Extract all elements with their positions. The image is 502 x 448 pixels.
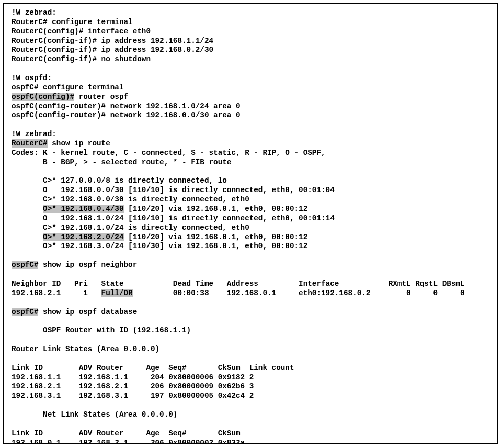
route-indent [12,205,43,213]
cli-cmd: show ip ospf neighbor [38,261,137,269]
neighbor-row-c: 00:00:38 192.168.0.1 eth0:192.168.0.2 0 … [133,289,465,297]
net-link-states-title: Net Link States (Area 0.0.0.0) [12,410,177,419]
cli-prompt: ospfC# [12,261,38,269]
cli-line: ospfC# configure terminal [12,83,124,92]
lsa-row: 192.168.0.1 192.168.2.1 206 0x80000002 0… [12,439,245,444]
zebrad-banner: !W zebrad: [12,130,56,138]
route-line: O 192.168.1.0/24 [110/10] is directly co… [12,214,335,222]
route-line: C>* 192.168.1.0/24 is directly connected… [12,223,249,232]
cli-line: RouterC(config-if)# no shutdown [12,55,151,63]
route-rest: [110/20] via 192.168.0.1, eth0, 00:00:12 [124,233,308,241]
ospf-router-id: OSPF Router with ID (192.168.1.1) [12,326,191,334]
lsa-header: Link ID ADV Router Age Seq# CkSum Link c… [12,364,294,372]
route-highlight: O>* 192.168.2.0/24 [43,233,123,241]
route-line: O 192.168.0.0/30 [110/10] is directly co… [12,186,335,194]
terminal-output: !W zebrad: RouterC# configure terminal R… [3,3,498,444]
cli-prompt: ospfC# [12,308,38,316]
zebrad-banner: !W zebrad: [12,8,56,17]
route-rest: [110/20] via 192.168.0.1, eth0, 00:00:12 [124,205,308,213]
cli-prompt: RouterC# [12,139,48,148]
route-line: C>* 192.168.0.0/30 is directly connected… [12,195,249,204]
cli-line: ospfC(config-router)# network 192.168.1.… [12,102,241,110]
cli-cmd: router ospf [74,93,128,101]
neighbor-header: Neighbor ID Pri State Dead Time Address … [12,279,465,288]
route-indent [12,233,43,241]
route-highlight: O>* 192.168.0.4/30 [43,205,123,213]
cli-cmd: show ip route [48,139,110,148]
router-link-states-title: Router Link States (Area 0.0.0.0) [12,345,159,353]
neighbor-state: Full/DR [101,289,133,297]
ospfd-banner: !W ospfd: [12,74,52,82]
lsa-header: Link ID ADV Router Age Seq# CkSum [12,429,241,438]
route-line: O>* 192.168.3.0/24 [110/30] via 192.168.… [12,242,307,250]
cli-cmd: show ip ospf database [38,308,137,316]
route-codes: Codes: K - kernel route, C - connected, … [12,149,326,157]
neighbor-row-a: 192.168.2.1 1 [12,289,101,297]
lsa-row: 192.168.2.1 192.168.2.1 206 0x80000009 0… [12,382,254,390]
cli-line: RouterC# configure terminal [12,18,133,26]
cli-prompt: ospfC(config)# [12,93,74,101]
lsa-row: 192.168.3.1 192.168.3.1 197 0x80000005 0… [12,391,254,400]
cli-line: RouterC(config-if)# ip address 192.168.0… [12,46,213,54]
cli-line: RouterC(config-if)# ip address 192.168.1… [12,37,213,45]
route-codes: B - BGP, > - selected route, * - FIB rou… [12,158,231,166]
route-line: C>* 127.0.0.0/8 is directly connected, l… [12,176,227,185]
lsa-row: 192.168.1.1 192.168.1.1 204 0x80000006 0… [12,373,254,382]
cli-line: ospfC(config-router)# network 192.168.0.… [12,111,241,119]
cli-line: RouterC(config)# interface eth0 [12,27,151,36]
